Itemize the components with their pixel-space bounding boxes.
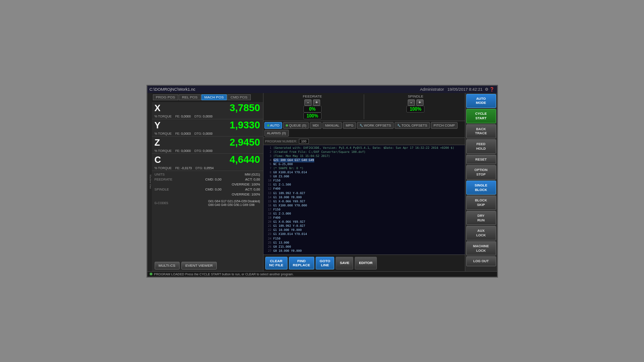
axis-y-row: Y 1,9330 (155, 121, 260, 131)
find-replace-button[interactable]: FINDREPLACE (289, 257, 314, 269)
code-line: 8G0 X100.014 Y70.014 (264, 171, 464, 175)
axis-y-value: 1,9330 (229, 119, 260, 131)
back-trace-button[interactable]: BACKTRACE (466, 124, 496, 139)
machine-lock-button[interactable]: MACHINELOCK (466, 241, 496, 256)
code-line: 4G21 I00 G64 G17 G40 G49 (264, 158, 464, 162)
code-line: 12F400 (264, 187, 464, 191)
block-skip-button[interactable]: BLOCKSKIP (466, 196, 496, 210)
axis-x-value: 3,7850 (229, 102, 260, 114)
feedrate-plus-btn[interactable]: + (313, 99, 320, 106)
tab-work-offsets[interactable]: 🔧 WORK OFFSETS (357, 122, 394, 129)
info-section: UNITS MM (G21) FEEDRATE CMD: 0,00 ACT: 0… (152, 171, 263, 199)
code-line: 24F150 (264, 237, 464, 241)
axis-z-label: Z (155, 138, 160, 147)
axis-z-row: Z 2,9450 (155, 138, 260, 148)
axis-x-row: X 3,7850 (155, 103, 260, 114)
log-out-button[interactable]: LOG OUT (466, 256, 496, 266)
tab-manual[interactable]: MANUAL (322, 122, 342, 129)
code-line: 13G1 109.992 Y-0.027 (264, 191, 464, 196)
tab-alarms[interactable]: ALARMS (0) (264, 130, 289, 137)
code-line: 15G1 X-0.066 Y69.927 (264, 200, 464, 204)
axis-c-value: 4,6440 (229, 154, 260, 166)
units-row: UNITS MM (G21) (155, 172, 260, 176)
code-line: 1(Generated with: DXF2GCODE, Version: Py… (264, 146, 464, 150)
code-line: 14G1 10.000 Y0.000 (264, 196, 464, 200)
feedrate-spindle-bar: FEEDRATE - + 0% 100% SPINDLE - + (263, 93, 465, 121)
feedrate-group: FEEDRATE - + 0% 100% (265, 94, 361, 119)
spindle-minus-btn[interactable]: - (408, 99, 415, 106)
event-viewer-button[interactable]: EVENT VIEWER (181, 262, 217, 269)
single-block-button[interactable]: SINGLEBLOCK (466, 181, 496, 195)
editor-bottom-buttons: CLEARNC FILE FINDREPLACE GOTOLINE SAVE E… (263, 254, 465, 271)
status-bar: PROGRAM LOADED Press the CYCLE START but… (147, 271, 497, 277)
feed-hold-button[interactable]: FEEDHOLD (466, 139, 496, 154)
center-panel: FEEDRATE - + 0% 100% SPINDLE - + (263, 93, 465, 271)
code-line: 16G1 X100.000 Y70.000 (264, 204, 464, 208)
tab-rel-pos[interactable]: REL POS (179, 94, 200, 100)
code-editor[interactable]: 1(Generated with: DXF2GCODE, Version: Py… (263, 145, 465, 254)
main-content: PROG POS REL POS MACH POS CMD POS X 3,78… (152, 93, 497, 271)
spindle-title: SPINDLE (408, 94, 423, 98)
mode-tabs: AUTO QUEUE (0) MDI MANUAL MPG 🔧 WORK OFF… (263, 121, 465, 138)
code-line: 3(Time: Mon May 15 15:04:52 2017) (264, 154, 464, 158)
code-line: 7(* SHAPE Nr: 0 *) (264, 166, 464, 171)
status-text: PROGRAM LOADED Press the CYCLE START but… (154, 273, 294, 276)
cycle-start-button[interactable]: CYCLESTART (466, 109, 496, 123)
feedrate-override: 100% (303, 113, 322, 119)
reset-button[interactable]: RESET (466, 155, 496, 165)
left-sidebar: Machine View Login Math CS Filter Tool V… (147, 93, 152, 271)
auto-dot (267, 124, 269, 127)
code-line: 9G0 Z3.000 (264, 175, 464, 179)
axis-z-value: 2,9450 (229, 137, 260, 148)
tab-prog-pos[interactable]: PROG POS (153, 94, 179, 100)
code-line: 20G1 X-0.066 Y69.927 (264, 220, 464, 224)
spindle-plus-btn[interactable]: + (416, 99, 424, 106)
spindle-pct: 100% (406, 106, 424, 113)
code-line: 19F400 (264, 216, 464, 220)
bottom-buttons: MULTI-CS EVENT VIEWER (152, 260, 263, 271)
code-line: 21G1 109.992 Y-0.027 (264, 224, 464, 228)
axis-x-torque: % TORQUE FE: 0,0000 DTG: 0,0000 (155, 114, 260, 118)
title-bar: C:\DOMROjNC\Work1.nc Administrator 19/05… (147, 86, 497, 93)
spindle-controls: - + (408, 99, 424, 106)
tab-queue[interactable]: QUEUE (0) (283, 122, 309, 129)
code-line: 22G1 10.000 Y0.000 (264, 228, 464, 232)
tab-auto[interactable]: AUTO (264, 122, 283, 129)
pos-tabs: PROG POS REL POS MACH POS CMD POS (152, 93, 263, 102)
prog-num-value: 100 (299, 139, 309, 144)
axis-y-torque: % TORQUE FE: 0,0003 DTG: 0,0000 (155, 132, 260, 135)
code-line: 27G0 10.000 Y0.000 (264, 249, 464, 253)
gcodes-section: G-CODES G01 G64 G17 G21 (G54-G59 Disable… (152, 199, 263, 209)
tab-mpg[interactable]: MPG (343, 122, 356, 129)
dry-run-button[interactable]: DRYRUN (466, 211, 496, 225)
code-line: 2(Created from File: C:/DXF Converter/Sq… (264, 150, 464, 154)
multi-cs-button[interactable]: MULTI-CS (155, 262, 180, 269)
feedrate-minus-btn[interactable]: - (304, 99, 312, 106)
axis-c-label: C (155, 155, 161, 164)
code-line: 18G1 Z-3.000 (264, 212, 464, 216)
axis-x-section: X 3,7850 % TORQUE FE: 0,0000 DTG: 0,0000 (152, 102, 263, 119)
save-button[interactable]: SAVE (336, 257, 353, 269)
units-value: MM (G21) (245, 172, 260, 176)
auto-mode-button[interactable]: AUTOMODE (466, 94, 496, 108)
editor-button[interactable]: EDITOR (355, 257, 376, 269)
axis-c-row: C 4,6440 (155, 155, 260, 166)
tab-pitch-comp[interactable]: PITCH COMP (431, 122, 458, 129)
tab-cmd-pos[interactable]: CMD POS (227, 94, 250, 100)
tab-tool-offsets[interactable]: 🔧 TOOL OFFSETS (395, 122, 430, 129)
tab-mdi[interactable]: MDI (310, 122, 322, 129)
aux-lock-button[interactable]: AUXLOCK (466, 226, 496, 240)
axis-z-torque: % TORQUE FE: 0,0000 DTG: 0,0000 (155, 149, 260, 152)
axis-c-torque: % TORQUE FE: -0,0173 DTG: 0,0554 (155, 166, 260, 170)
code-line: 10F150 (264, 179, 464, 183)
content-area: Machine View Login Math CS Filter Tool V… (147, 93, 497, 271)
spindle-group: SPINDLE - + 100% (368, 94, 463, 119)
feedrate-label: FEEDRATE (155, 177, 182, 181)
feedrate-title: FEEDRATE (303, 94, 322, 98)
option-stop-button[interactable]: OPTIONSTOP (466, 165, 496, 180)
tab-mach-pos[interactable]: MACH POS (201, 94, 227, 100)
clear-nc-file-button[interactable]: CLEARNC FILE (265, 257, 288, 269)
queue-dot (286, 124, 288, 127)
feedrate-override-row: OVERRIDE: 100% (155, 182, 260, 186)
goto-line-button[interactable]: GOTOLINE (316, 257, 334, 269)
